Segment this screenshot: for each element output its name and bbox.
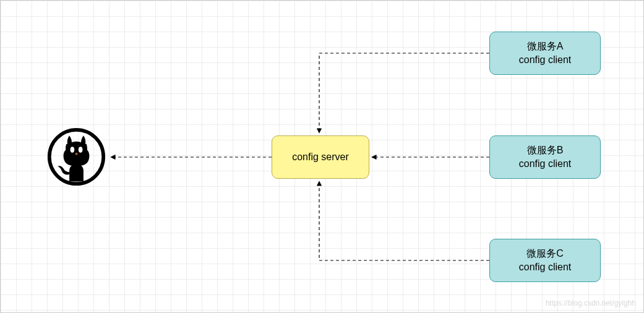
client-c-node: 微服务C config client [489, 239, 601, 282]
svg-point-1 [66, 142, 87, 158]
client-b-subtitle: config client [519, 157, 572, 171]
client-c-subtitle: config client [519, 260, 572, 274]
client-b-node: 微服务B config client [489, 135, 601, 179]
config-server-node: config server [272, 135, 369, 179]
edge-client-a-to-server [319, 53, 489, 133]
edge-client-c-to-server [319, 181, 489, 260]
watermark-text: https://blog.csdn.net/gylghh [546, 299, 636, 307]
client-a-subtitle: config client [519, 53, 572, 67]
diagram-canvas: config server 微服务A config client 微服务B co… [0, 0, 644, 313]
client-a-title: 微服务A [527, 40, 564, 53]
svg-point-2 [71, 147, 75, 153]
config-server-label: config server [292, 150, 349, 164]
github-icon [47, 127, 106, 186]
client-b-title: 微服务B [527, 144, 564, 157]
svg-point-3 [79, 147, 83, 153]
client-a-node: 微服务A config client [489, 32, 601, 75]
svg-point-4 [75, 153, 78, 155]
client-c-title: 微服务C [526, 247, 564, 260]
